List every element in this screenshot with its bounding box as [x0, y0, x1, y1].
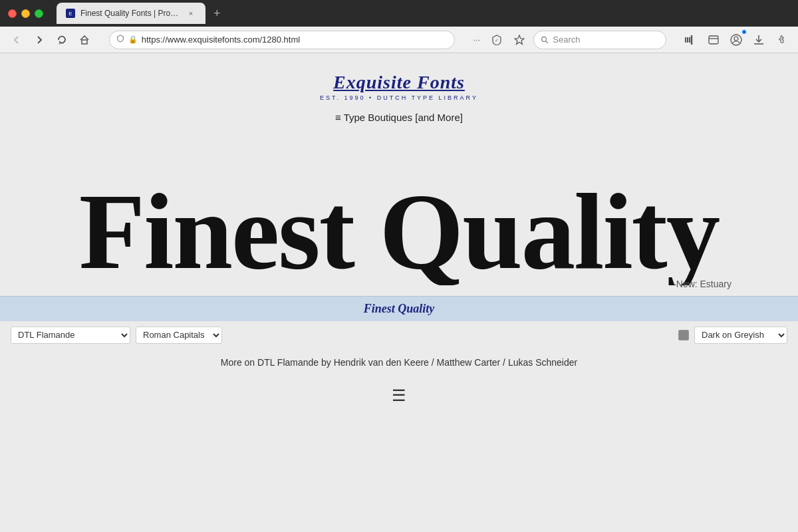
hamburger-menu-section: ☰ [0, 376, 798, 416]
svg-rect-9 [709, 36, 718, 44]
address-more-button[interactable]: ··· [473, 35, 480, 45]
font-name-select[interactable]: DTL Flamande [11, 327, 130, 344]
hamburger-icon[interactable]: ☰ [392, 386, 406, 404]
font-preview-bar: Finest Quality [0, 296, 798, 321]
close-button[interactable] [8, 9, 17, 18]
site-header: Exquisite Fonts EST. 1990 • DUTCH TYPE L… [320, 53, 478, 130]
traffic-lights [8, 9, 43, 18]
browser-chrome: 🔒 https://www.exquisitefonts.com/1280.ht… [0, 27, 798, 53]
search-icon [541, 36, 549, 44]
svg-rect-0 [82, 40, 87, 44]
active-tab[interactable]: E Finest Quality Fonts | Professio… × [57, 3, 205, 24]
logo-subtitle: EST. 1990 • DUTCH TYPE LIBRARY [320, 94, 478, 101]
back-button[interactable] [8, 31, 25, 49]
nav-menu[interactable]: ≡ Type Boutiques [and More] [335, 112, 463, 123]
more-link-section: More on DTL Flamande by Hendrik van den … [0, 349, 798, 376]
account-button[interactable] [728, 31, 745, 49]
minimize-button[interactable] [21, 9, 30, 18]
right-icons [682, 31, 790, 49]
svg-line-4 [546, 41, 549, 43]
search-bar[interactable]: Search [533, 31, 666, 49]
tab-close-button[interactable]: × [186, 8, 196, 19]
svg-text:✓: ✓ [495, 38, 499, 43]
library-button[interactable] [682, 31, 700, 49]
url-text: https://www.exquisitefonts.com/1280.html [142, 35, 448, 45]
font-style-select[interactable]: Roman Capitals [136, 327, 222, 344]
svg-text:Finest Quality: Finest Quality [79, 172, 720, 285]
lock-icon: 🔒 [128, 35, 138, 44]
site-logo[interactable]: Exquisite Fonts [333, 72, 465, 93]
tab-bar: E Finest Quality Fonts | Professio… × + [57, 3, 790, 24]
new-tab-button[interactable]: + [208, 4, 226, 23]
logo-area: Exquisite Fonts EST. 1990 • DUTCH TYPE L… [320, 72, 478, 101]
color-scheme-select[interactable]: Dark on Greyish [694, 327, 787, 344]
title-bar: E Finest Quality Fonts | Professio… × + [0, 0, 798, 27]
tab-title: Finest Quality Fonts | Professio… [80, 9, 180, 18]
svg-marker-2 [515, 35, 524, 45]
star-bookmark-button[interactable] [511, 31, 528, 49]
hero-font-svg: @import url(''); Finest Quality [27, 150, 771, 285]
more-link-text[interactable]: More on DTL Flamande by Hendrik van den … [221, 357, 577, 368]
search-placeholder: Search [553, 35, 580, 45]
shield-icon [116, 35, 124, 45]
forward-button[interactable] [31, 31, 48, 49]
font-controls: DTL Flamande Roman Capitals Dark on Grey… [0, 321, 798, 349]
download-button[interactable] [750, 31, 767, 49]
address-bar[interactable]: 🔒 https://www.exquisitefonts.com/1280.ht… [109, 31, 455, 49]
nav-menu-text[interactable]: ≡ Type Boutiques [and More] [335, 112, 463, 123]
color-swatch [678, 330, 689, 340]
svg-point-3 [542, 37, 547, 41]
page-content: Exquisite Fonts EST. 1990 • DUTCH TYPE L… [0, 53, 798, 532]
bookmark-shield-button[interactable]: ✓ [488, 31, 505, 49]
home-button[interactable] [76, 31, 93, 49]
maximize-button[interactable] [35, 9, 43, 18]
hero-section: @import url(''); Finest Quality New: Est… [0, 130, 798, 296]
tabs-button[interactable] [705, 31, 722, 49]
svg-point-12 [734, 37, 738, 41]
extensions-button[interactable] [773, 31, 790, 49]
font-preview-text: Finest Quality [364, 302, 435, 316]
tab-favicon: E [66, 9, 75, 18]
new-label: New: Estuary [676, 279, 732, 289]
reload-button[interactable] [53, 31, 70, 49]
